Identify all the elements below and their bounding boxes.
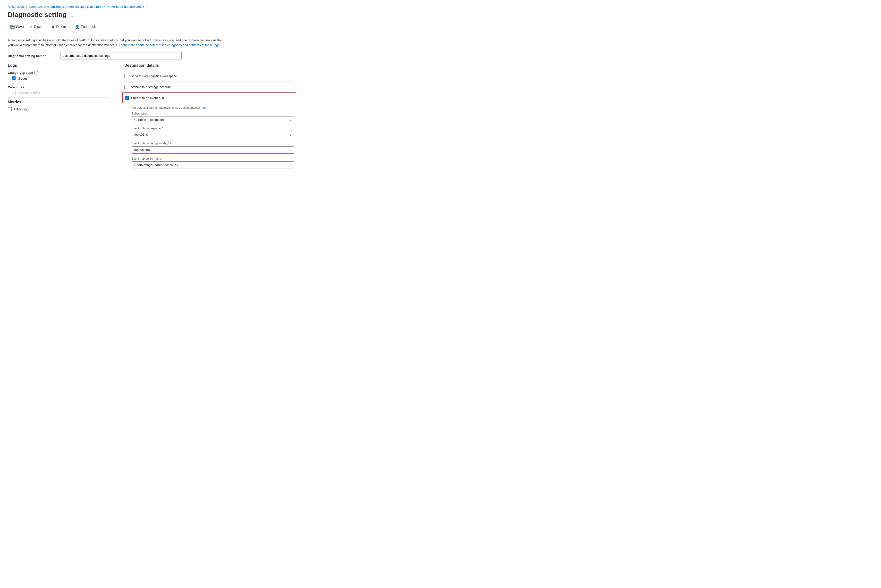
allMetrics-label: AllMetrics (14, 108, 27, 111)
event-hub-policy-dropdown[interactable]: RootManageSharedAccessKey ⌄ (132, 161, 294, 168)
discard-button[interactable]: ✕ Discard (27, 23, 48, 30)
event-hub-policy-value: RootManageSharedAccessKey (134, 163, 178, 167)
breadcrumb-topic[interactable]: topic01stg-811a624a-8a77-437e-89de-dfeb5… (69, 5, 144, 9)
subscription-dropdown[interactable]: Contoso subscription ⌄ (132, 116, 294, 123)
delete-button[interactable]: 🗑 Delete (49, 23, 68, 30)
event-hub-namespace-label: Event hub namespace * (132, 127, 294, 130)
allLogs-row: allLogs (8, 76, 110, 80)
categories-title: Categories (8, 86, 110, 89)
event-hub-namespace-dropdown[interactable]: topic01ns ⌄ (132, 131, 294, 138)
allLogs-label: allLogs (18, 76, 27, 80)
metrics-section: Metrics AllMetrics (8, 100, 110, 114)
logs-section-title: Logs (8, 63, 110, 68)
log-analytics-label: Send to Log Analytics workspace (131, 74, 177, 78)
event-hub-name-field: Event hub name (optional) i topic01hub ⌄ (132, 141, 294, 154)
subscription-label: Subscription (132, 112, 294, 115)
partner-link[interactable]: here (201, 106, 207, 110)
storage-account-label: Archive to a storage account (131, 85, 171, 89)
left-panel: Logs Category groups i allLogs Categorie… (8, 63, 110, 172)
diagnostic-setting-name-input[interactable] (60, 52, 182, 60)
breadcrumb-separator-1: > (25, 5, 27, 9)
discard-label: Discard (34, 25, 45, 28)
subscription-chevron-icon: ⌄ (289, 118, 292, 122)
event-hub-name-info-icon[interactable]: i (167, 141, 171, 146)
event-hub-policy-label: Event hub policy name (132, 157, 294, 160)
diagnostic-setting-name-row: Diagnostic setting name * (8, 52, 873, 60)
logs-section: Logs Category groups i allLogs Categorie… (8, 63, 110, 98)
event-hub-label: Stream to an event hub (131, 96, 164, 100)
breadcrumb-separator-2: > (66, 5, 68, 9)
deliveryFailures-label: DeliveryFailures (18, 91, 40, 95)
subscription-value: Contoso subscription (134, 118, 164, 122)
subscription-field: Subscription Contoso subscription ⌄ (132, 112, 294, 123)
hub-name-chevron-icon: ⌄ (289, 148, 292, 152)
event-hub-checkbox[interactable] (125, 96, 129, 100)
delete-icon: 🗑 (51, 25, 55, 29)
page-title-row: Diagnostic setting ... (8, 11, 873, 19)
event-hub-expand: For potential partner integrations, see … (124, 106, 294, 168)
policy-chevron-icon: ⌄ (289, 164, 292, 167)
deliveryFailures-row: DeliveryFailures (8, 91, 110, 95)
log-analytics-checkbox[interactable] (124, 74, 128, 78)
description: A diagnostic setting specifies a list of… (8, 38, 226, 47)
discard-icon: ✕ (30, 24, 33, 29)
metrics-divider (8, 114, 110, 114)
right-panel: Destination details Send to Log Analytic… (124, 63, 294, 172)
event-hub-name-value: topic01hub (134, 148, 150, 152)
log-analytics-row: Send to Log Analytics workspace (124, 70, 294, 81)
feedback-button[interactable]: 👤 Feedback (73, 23, 98, 30)
save-icon: 💾 (10, 24, 15, 29)
event-hub-namespace-value: topic01ns (134, 133, 148, 136)
feedback-icon: 👤 (75, 24, 80, 29)
storage-account-row: Archive to a storage account (124, 81, 294, 93)
destination-section-title: Destination details (124, 63, 294, 68)
event-hub-name-dropdown[interactable]: topic01hub ⌄ (132, 146, 294, 154)
toolbar: 💾 Save ✕ Discard 🗑 Delete 👤 Feedback (8, 23, 873, 34)
breadcrumb-separator-3: > (146, 5, 147, 9)
category-groups-title: Category groups i (8, 70, 110, 75)
feedback-label: Feedback (81, 25, 96, 28)
save-button[interactable]: 💾 Save (8, 23, 26, 30)
namespace-required: * (161, 127, 163, 130)
allLogs-checkbox[interactable] (12, 76, 15, 80)
category-groups-info-icon[interactable]: i (34, 70, 38, 75)
allMetrics-checkbox[interactable] (8, 107, 12, 111)
event-hub-row: Stream to an event hub (122, 93, 296, 103)
save-label: Save (16, 25, 24, 28)
breadcrumb: All services > Event Grid System Topics … (8, 5, 873, 9)
ellipsis-button[interactable]: ... (69, 12, 76, 18)
partner-text: For potential partner integrations, see … (132, 106, 294, 110)
categories-divider (8, 97, 110, 98)
page-title: Diagnostic setting (8, 11, 67, 19)
namespace-chevron-icon: ⌄ (289, 133, 292, 136)
delete-label: Delete (56, 25, 66, 28)
breadcrumb-all-services[interactable]: All services (8, 5, 24, 9)
main-layout: Logs Category groups i allLogs Categorie… (8, 63, 873, 172)
allMetrics-row: AllMetrics (8, 107, 110, 111)
required-asterisk: * (45, 54, 47, 58)
diagnostic-setting-name-label: Diagnostic setting name * (8, 54, 56, 58)
learn-more-link[interactable]: Learn more about the different log categ… (119, 43, 219, 47)
deliveryFailures-checkbox (12, 91, 15, 95)
breadcrumb-event-grid[interactable]: Event Grid System Topics (29, 5, 65, 9)
storage-account-checkbox[interactable] (124, 85, 128, 89)
metrics-section-title: Metrics (8, 100, 110, 104)
event-hub-policy-field: Event hub policy name RootManageSharedAc… (132, 157, 294, 168)
event-hub-namespace-field: Event hub namespace * topic01ns ⌄ (132, 127, 294, 138)
event-hub-name-label: Event hub name (optional) i (132, 141, 294, 146)
